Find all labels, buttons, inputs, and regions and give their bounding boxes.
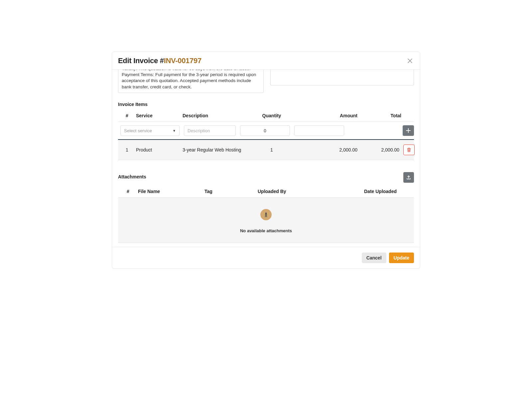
cancel-button[interactable]: Cancel <box>362 253 386 263</box>
item-description: 3-year Regular Web Hosting <box>183 147 249 153</box>
col-hash: # <box>118 113 136 118</box>
col-total: Total <box>357 113 401 118</box>
close-button[interactable] <box>406 57 414 65</box>
acol-tag: Tag <box>204 189 258 194</box>
svg-rect-1 <box>265 215 267 215</box>
edit-invoice-modal: Edit Invoice #INV-001797 Validity: This … <box>112 51 420 269</box>
col-service: Service <box>136 113 183 118</box>
lighthouse-icon <box>260 209 272 220</box>
service-select[interactable]: Select service ▼ <box>120 125 180 136</box>
invoice-id: INV-001797 <box>164 56 201 65</box>
acol-filename: File Name <box>138 189 204 194</box>
svg-rect-3 <box>265 216 267 217</box>
plus-icon <box>406 128 411 133</box>
item-idx: 1 <box>118 147 136 153</box>
col-quantity: Quantity <box>249 113 294 118</box>
amount-input[interactable] <box>294 125 344 136</box>
upload-attachment-button[interactable] <box>403 172 414 183</box>
trash-icon <box>407 148 411 152</box>
attachments-header-row: Attachments <box>118 172 414 183</box>
svg-rect-2 <box>265 216 267 216</box>
update-button[interactable]: Update <box>389 253 414 263</box>
invoice-items-label: Invoice Items <box>118 102 414 107</box>
attachments-columns: # File Name Tag Uploaded By Date Uploade… <box>118 185 414 198</box>
service-select-placeholder: Select service <box>124 128 152 133</box>
right-textarea[interactable] <box>270 70 414 85</box>
add-item-row: Select service ▼ <box>118 122 414 140</box>
terms-text: Validity: This quotation is valid for 30… <box>122 70 260 90</box>
item-amount: 2,000.00 <box>294 147 357 153</box>
item-total: 2,000.00 <box>357 147 401 153</box>
svg-rect-0 <box>265 213 267 214</box>
modal-header: Edit Invoice #INV-001797 <box>112 52 420 70</box>
item-service: Product <box>136 147 183 153</box>
empty-text: No available attachments <box>240 228 292 233</box>
description-input[interactable] <box>184 125 236 136</box>
item-quantity: 1 <box>249 147 294 153</box>
top-row: Validity: This quotation is valid for 30… <box>118 70 414 93</box>
delete-item-button[interactable] <box>403 145 415 155</box>
attachments-label: Attachments <box>118 174 146 179</box>
title-prefix: Edit Invoice # <box>118 56 164 65</box>
quantity-input[interactable] <box>240 125 290 136</box>
upload-icon <box>406 175 411 180</box>
item-row: 1 Product 3-year Regular Web Hosting 1 2… <box>118 140 414 160</box>
add-item-button[interactable] <box>403 125 414 136</box>
col-amount: Amount <box>294 113 357 118</box>
modal-title: Edit Invoice #INV-001797 <box>118 56 201 65</box>
modal-footer: Cancel Update <box>112 247 420 268</box>
acol-uploaded-by: Uploaded By <box>258 189 331 194</box>
acol-hash: # <box>118 189 138 194</box>
modal-body: Validity: This quotation is valid for 30… <box>112 70 420 247</box>
terms-textarea[interactable]: Validity: This quotation is valid for 30… <box>118 70 264 93</box>
items-header-row: # Service Description Quantity Amount To… <box>118 110 414 122</box>
close-icon <box>407 58 413 63</box>
col-description: Description <box>183 113 249 118</box>
attachments-empty: No available attachments <box>118 198 414 243</box>
chevron-down-icon: ▼ <box>173 129 176 133</box>
acol-date-uploaded: Date Uploaded <box>331 189 414 194</box>
